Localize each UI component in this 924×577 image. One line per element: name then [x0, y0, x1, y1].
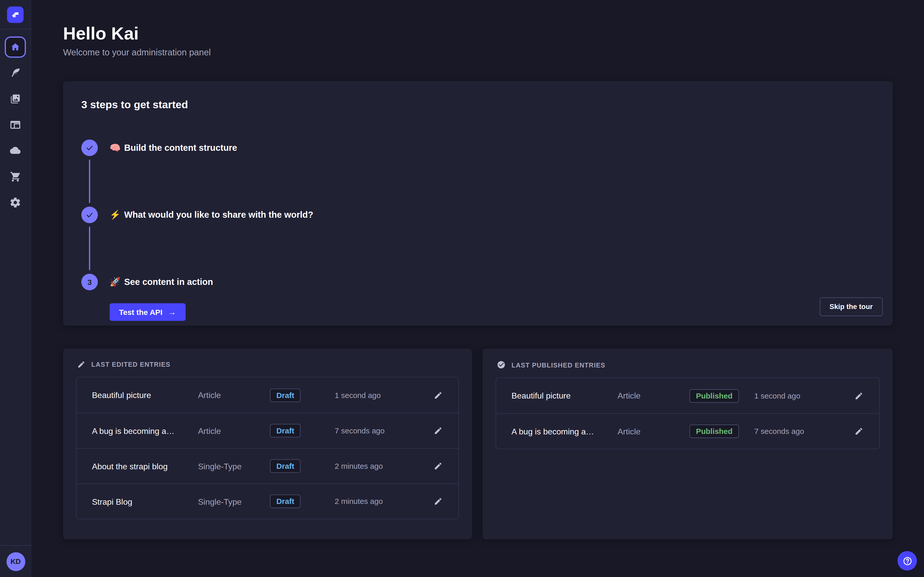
check-circle-icon	[497, 360, 506, 369]
entry-time: 2 minutes ago	[335, 497, 429, 506]
entry-type: Article	[198, 390, 270, 400]
sidebar-footer: KD	[0, 545, 31, 577]
entry-title: Strapi Blog	[92, 497, 198, 506]
step-2-check-circle	[81, 207, 98, 223]
cart-icon	[10, 171, 21, 182]
arrow-right-icon: →	[168, 307, 176, 317]
entry-time: 7 seconds ago	[754, 427, 850, 436]
panel-header: LAST EDITED ENTRIES	[63, 348, 472, 377]
step-see-content-in-action: 3 🚀See content in action	[81, 274, 313, 290]
edit-entry-button[interactable]	[429, 457, 447, 475]
table-row: Beautiful picture Article Published 1 se…	[496, 378, 879, 413]
test-the-api-button[interactable]: Test the API →	[110, 303, 185, 321]
entry-title: Beautiful picture	[92, 390, 198, 400]
published-entries-table: Beautiful picture Article Published 1 se…	[496, 377, 880, 449]
brain-emoji: 🧠	[110, 143, 121, 153]
page-title: Hello Kai	[63, 24, 139, 44]
onboarding-card: 3 steps to get started 🧠Build the conten…	[63, 81, 893, 326]
entry-title: Beautiful picture	[512, 391, 617, 400]
check-icon	[86, 143, 94, 152]
cta-row: Test the API →	[110, 303, 313, 321]
help-button[interactable]	[898, 551, 917, 571]
pencil-icon	[854, 391, 863, 400]
sidebar-item-media-library[interactable]	[5, 88, 26, 110]
entry-type: Single-Type	[198, 497, 270, 506]
status-badge: Draft	[270, 424, 301, 437]
pencil-icon	[433, 426, 442, 435]
table-row: A bug is becoming a… Article Published 7…	[496, 413, 879, 449]
onboarding-steps: 🧠Build the content structure ⚡What would…	[81, 140, 313, 321]
step-3-number-circle: 3	[81, 274, 98, 290]
rocket-emoji: 🚀	[110, 277, 121, 287]
step-connector	[89, 160, 90, 203]
table-row: Beautiful picture Article Draft 1 second…	[76, 377, 459, 413]
strapi-logo	[7, 6, 24, 23]
last-edited-panel: LAST EDITED ENTRIES Beautiful picture Ar…	[63, 348, 472, 539]
workspace-logo[interactable]	[0, 0, 31, 29]
pencil-icon	[433, 462, 442, 470]
sidebar-item-marketplace[interactable]	[5, 166, 26, 187]
entry-type: Article	[617, 427, 690, 436]
lightning-emoji: ⚡	[110, 210, 121, 219]
entry-type: Article	[198, 426, 270, 435]
status-badge: Draft	[270, 388, 301, 402]
table-row: A bug is becoming a… Article Draft 7 sec…	[76, 413, 459, 448]
entry-type: Single-Type	[198, 461, 270, 471]
gear-icon	[10, 197, 21, 208]
panel-header: LAST PUBLISHED ENTRIES	[483, 348, 893, 377]
feather-icon	[10, 67, 21, 79]
sidebar-item-content-type-builder[interactable]	[5, 114, 26, 135]
home-icon	[10, 42, 21, 52]
step-label: 🧠Build the content structure	[110, 143, 237, 153]
edit-entry-button[interactable]	[429, 493, 447, 510]
entry-time: 7 seconds ago	[335, 426, 429, 435]
sidebar: KD	[0, 0, 31, 577]
cloud-icon	[10, 145, 21, 157]
step-build-content-structure: 🧠Build the content structure	[81, 140, 313, 156]
avatar[interactable]: KD	[6, 552, 25, 571]
entry-time: 1 second ago	[335, 390, 429, 399]
strapi-logo-glyph	[11, 10, 20, 19]
step-1-check-circle	[81, 140, 98, 156]
sidebar-item-content-manager[interactable]	[5, 62, 26, 84]
onboarding-title: 3 steps to get started	[81, 99, 188, 111]
sidebar-item-home[interactable]	[5, 36, 26, 58]
check-icon	[86, 211, 94, 219]
panel-title: LAST PUBLISHED ENTRIES	[512, 361, 606, 369]
layout-icon	[10, 119, 21, 131]
entry-time: 1 second ago	[754, 391, 850, 400]
table-row: About the strapi blog Single-Type Draft …	[76, 448, 459, 484]
pencil-icon	[77, 360, 86, 369]
step-share-with-world: ⚡What would you like to share with the w…	[81, 207, 313, 223]
question-icon	[902, 556, 913, 566]
panel-title: LAST EDITED ENTRIES	[91, 361, 170, 368]
entry-title: About the strapi blog	[92, 461, 198, 471]
sidebar-nav	[0, 29, 31, 213]
status-badge: Published	[690, 389, 739, 402]
main-content: Hello Kai Welcome to your administration…	[31, 0, 924, 577]
page-subtitle: Welcome to your administration panel	[63, 47, 211, 57]
step-connector	[89, 227, 90, 270]
pencil-icon	[433, 390, 442, 399]
sidebar-item-cloud[interactable]	[5, 140, 26, 161]
pencil-icon	[433, 497, 442, 506]
edit-entry-button[interactable]	[850, 387, 867, 405]
entry-type: Article	[617, 391, 690, 400]
edit-entry-button[interactable]	[850, 422, 867, 440]
edit-entry-button[interactable]	[429, 422, 447, 440]
edit-entry-button[interactable]	[429, 386, 447, 404]
status-badge: Draft	[270, 495, 301, 508]
pencil-icon	[854, 427, 863, 436]
status-badge: Draft	[270, 459, 301, 473]
entry-time: 2 minutes ago	[335, 462, 429, 470]
edited-entries-table: Beautiful picture Article Draft 1 second…	[76, 377, 459, 519]
step-label: 🚀See content in action	[110, 277, 213, 287]
last-published-panel: LAST PUBLISHED ENTRIES Beautiful picture…	[483, 348, 893, 539]
entry-title: A bug is becoming a…	[92, 426, 198, 435]
table-row: Strapi Blog Single-Type Draft 2 minutes …	[76, 484, 459, 519]
admin-dashboard: KD Hello Kai Welcome to your administrat…	[0, 0, 924, 577]
sidebar-item-settings[interactable]	[5, 192, 26, 213]
status-badge: Published	[690, 424, 739, 438]
entry-title: A bug is becoming a…	[512, 427, 617, 436]
skip-tour-button[interactable]: Skip the tour	[819, 297, 883, 316]
